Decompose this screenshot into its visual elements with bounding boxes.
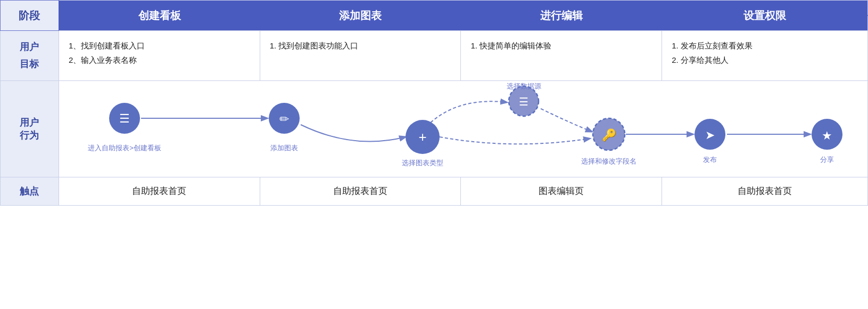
touchpoint-cell-1: 自助报表首页 [59,177,260,205]
touchpoint-cell-3: 图表编辑页 [461,177,662,205]
behavior-row: 用户行为 [1,80,868,177]
node-add-chart-label: 添加图表 [270,144,298,152]
stage-4-cell: 设置权限 [662,1,868,31]
goal-text-3: 1. 快捷简单的编辑体验 [470,41,551,50]
node-select-fields-label: 选择和修改字段名 [581,157,636,165]
node-create-dashboard-label: 进入自助报表>创建看板 [88,144,161,152]
stage-label: 阶段 [1,1,59,31]
stage-3-cell: 进行编辑 [461,1,662,31]
node-share-label: 分享 [820,156,834,164]
stage-4: 设置权限 [662,1,868,30]
goal-cell-1: 1、找到创建看板入口2、输入业务表名称 [59,31,260,81]
goal-cell-2: 1. 找到创建图表功能入口 [260,31,461,81]
stage-1: 创建看板 [59,1,260,30]
node-select-chart-type-label: 选择图表类型 [402,159,443,167]
stage-1-cell: 创建看板 [59,1,260,31]
behavior-svg: ☰ 进入自助报表>创建看板 ✏ 添加图表 + 选择图表类型 ☰ 选择数 [59,81,867,177]
node-select-datasource-label: 选择数据源 [506,82,541,90]
stage-2: 添加图表 [259,1,461,30]
behavior-area-cell: ☰ 进入自助报表>创建看板 ✏ 添加图表 + 选择图表类型 ☰ 选择数 [59,80,867,177]
svg-text:➤: ➤ [705,128,715,142]
svg-text:★: ★ [822,129,832,142]
svg-text:+: + [418,129,426,145]
svg-text:☰: ☰ [519,96,528,108]
goal-row: 用户目标 1、找到创建看板入口2、输入业务表名称 1. 找到创建图表功能入口 1… [1,31,868,81]
goal-cell-3: 1. 快捷简单的编辑体验 [461,31,662,81]
svg-text:🔑: 🔑 [601,128,616,142]
touchpoint-cell-4: 自助报表首页 [662,177,868,205]
touchpoint-label: 触点 [1,177,59,205]
header-row: 阶段 创建看板 添加图表 进行编辑 设置权限 [1,1,868,31]
goal-text-1: 1、找到创建看板入口2、输入业务表名称 [69,41,145,64]
svg-text:☰: ☰ [119,112,130,125]
goal-label: 用户目标 [1,31,59,81]
node-publish-label: 发布 [703,156,717,164]
touchpoint-row: 触点 自助报表首页 自助报表首页 图表编辑页 自助报表首页 [1,177,868,205]
goal-cell-4: 1. 发布后立刻查看效果2. 分享给其他人 [662,31,868,81]
goal-text-2: 1. 找到创建图表功能入口 [270,41,359,50]
behavior-label: 用户行为 [1,80,59,177]
stage-3: 进行编辑 [460,1,663,30]
goal-text-4: 1. 发布后立刻查看效果2. 分享给其他人 [672,41,753,64]
main-table: 阶段 创建看板 添加图表 进行编辑 设置权限 用户目标 1、找到创建看板入口2、… [0,0,868,206]
svg-text:✏: ✏ [279,112,290,126]
stage-2-cell: 添加图表 [260,1,461,31]
behavior-svg-container: ☰ 进入自助报表>创建看板 ✏ 添加图表 + 选择图表类型 ☰ 选择数 [59,81,867,177]
touchpoint-cell-2: 自助报表首页 [260,177,461,205]
